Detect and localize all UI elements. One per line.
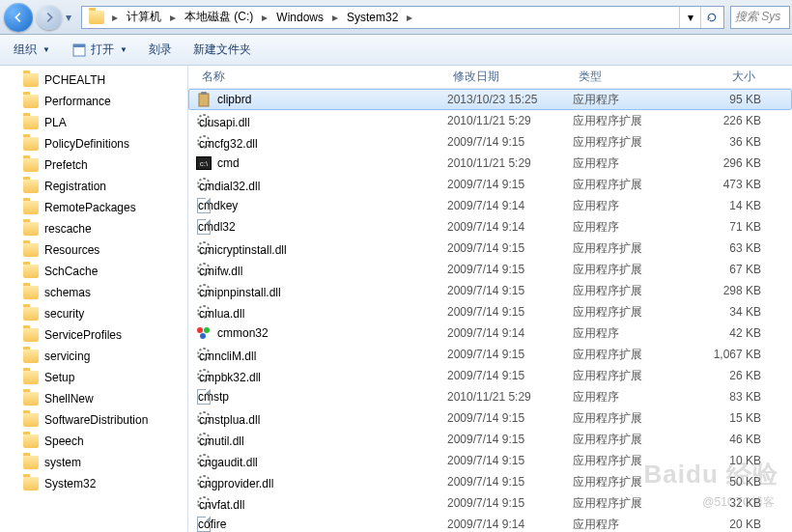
file-row[interactable]: cmipnpinstall.dll2009/7/14 9:15应用程序扩展298… <box>188 280 792 301</box>
tree-item[interactable]: schemas <box>19 282 187 303</box>
tree-item[interactable]: Resources <box>19 239 187 261</box>
file-row[interactable]: cmicryptinstall.dll2009/7/14 9:15应用程序扩展6… <box>188 238 792 259</box>
col-name[interactable]: 名称 <box>196 69 447 85</box>
folder-tree[interactable]: PCHEALTHPerformancePLAPolicyDefinitionsP… <box>0 66 188 532</box>
search-input[interactable]: 搜索 Sys <box>730 6 790 29</box>
tree-item[interactable]: system <box>19 452 187 473</box>
folder-icon <box>23 158 39 172</box>
file-name: cmd <box>217 156 240 170</box>
tree-label: PolicyDefinitions <box>44 137 129 151</box>
file-row[interactable]: cmdl322009/7/14 9:14应用程序71 KB <box>188 216 792 238</box>
file-type: 应用程序扩展 <box>573 474 684 490</box>
file-row[interactable]: cmdkey2009/7/14 9:14应用程序14 KB <box>188 195 792 216</box>
exe-icon: c:\ <box>196 156 212 170</box>
file-row[interactable]: cmmon322009/7/14 9:14应用程序42 KB <box>188 322 792 344</box>
tree-item[interactable]: Prefetch <box>19 154 187 176</box>
refresh-button[interactable] <box>700 7 721 28</box>
file-name: cmmon32 <box>217 326 269 340</box>
col-size[interactable]: 大小 <box>684 69 761 85</box>
file-row[interactable]: c:\cmd2010/11/21 5:29应用程序296 KB <box>188 153 792 174</box>
address-dropdown[interactable]: ▾ <box>679 7 700 28</box>
tree-item[interactable]: servicing <box>19 346 187 367</box>
tree-item[interactable]: ShellNew <box>19 388 187 409</box>
tree-item[interactable]: rescache <box>19 218 187 239</box>
chevron-down-icon: ▼ <box>42 45 50 54</box>
file-type: 应用程序扩展 <box>573 240 684 257</box>
file-row[interactable]: cmifw.dll2009/7/14 9:15应用程序扩展67 KB <box>188 259 792 280</box>
file-row[interactable]: cmstplua.dll2009/7/14 9:15应用程序扩展15 KB <box>188 407 792 429</box>
file-row[interactable]: cngprovider.dll2009/7/14 9:15应用程序扩展50 KB <box>188 471 792 492</box>
file-row[interactable]: cmpbk32.dll2009/7/14 9:15应用程序扩展26 KB <box>188 365 792 386</box>
tree-item[interactable]: PolicyDefinitions <box>19 133 187 154</box>
file-type: 应用程序扩展 <box>573 283 684 299</box>
chevron-down-icon: ▼ <box>120 45 127 54</box>
file-date: 2009/7/14 9:15 <box>447 284 573 297</box>
chevron-right-icon[interactable]: ▸ <box>329 11 341 24</box>
file-row[interactable]: cofire2009/7/14 9:14应用程序20 KB <box>188 514 792 532</box>
file-row[interactable]: cmlua.dll2009/7/14 9:15应用程序扩展34 KB <box>188 301 792 322</box>
tree-item[interactable]: RemotePackages <box>19 197 187 218</box>
file-row[interactable]: cmutil.dll2009/7/14 9:15应用程序扩展46 KB <box>188 429 792 450</box>
tree-item[interactable]: Performance <box>19 91 187 112</box>
tree-item[interactable]: PLA <box>19 112 187 133</box>
chevron-right-icon[interactable]: ▸ <box>259 11 270 24</box>
tree-item[interactable]: System32 <box>19 473 187 494</box>
nav-history-dropdown[interactable]: ▾ <box>62 3 75 32</box>
file-date: 2009/7/14 9:14 <box>447 220 573 234</box>
folder-icon <box>23 222 39 236</box>
file-size: 32 KB <box>684 496 761 510</box>
tree-label: security <box>44 307 84 321</box>
tree-label: Speech <box>44 434 84 448</box>
folder-icon <box>23 307 39 321</box>
new-folder-button[interactable]: 新建文件夹 <box>185 39 259 61</box>
file-date: 2010/11/21 5:29 <box>447 156 573 170</box>
col-type[interactable]: 类型 <box>573 69 684 85</box>
burn-button[interactable]: 刻录 <box>141 39 180 61</box>
content-area: PCHEALTHPerformancePLAPolicyDefinitionsP… <box>0 66 792 532</box>
file-date: 2009/7/14 9:15 <box>447 241 573 255</box>
file-rows[interactable]: clipbrd2013/10/23 15:25应用程序95 KBclusapi.… <box>188 89 792 532</box>
file-type: 应用程序扩展 <box>573 432 684 448</box>
chevron-right-icon[interactable]: ▸ <box>404 11 415 24</box>
open-button[interactable]: 打开▼ <box>64 39 135 61</box>
tree-item[interactable]: SchCache <box>19 261 187 282</box>
chevron-right-icon[interactable]: ▸ <box>167 11 179 24</box>
tree-item[interactable]: SoftwareDistribution <box>19 409 187 431</box>
tree-label: servicing <box>44 350 90 363</box>
file-list: 名称 修改日期 类型 大小 clipbrd2013/10/23 15:25应用程… <box>188 66 792 532</box>
folder-icon <box>23 413 39 427</box>
tree-label: schemas <box>44 286 91 299</box>
dll-icon: cmcfg32.dll <box>196 134 212 150</box>
nav-back-button[interactable] <box>4 3 33 32</box>
file-row[interactable]: cnvfat.dll2009/7/14 9:15应用程序扩展32 KB <box>188 492 792 514</box>
file-row[interactable]: clusapi.dll2010/11/21 5:29应用程序扩展226 KB <box>188 110 792 131</box>
file-row[interactable]: cmdial32.dll2009/7/14 9:15应用程序扩展473 KB <box>188 174 792 195</box>
column-headers[interactable]: 名称 修改日期 类型 大小 <box>188 66 792 89</box>
col-date[interactable]: 修改日期 <box>447 69 573 85</box>
crumb-computer[interactable]: 计算机 <box>121 7 167 28</box>
tree-item[interactable]: PCHEALTH <box>19 70 187 91</box>
crumb-drive[interactable]: 本地磁盘 (C:) <box>179 7 259 28</box>
nav-forward-button[interactable] <box>37 5 62 30</box>
chevron-right-icon[interactable]: ▸ <box>109 11 121 24</box>
folder-icon <box>23 116 39 129</box>
tree-item[interactable]: ServiceProfiles <box>19 324 187 346</box>
organize-button[interactable]: 组织▼ <box>6 39 58 61</box>
file-date: 2009/7/14 9:15 <box>447 305 573 319</box>
file-row[interactable]: cmcfg32.dll2009/7/14 9:15应用程序扩展36 KB <box>188 131 792 153</box>
tree-item[interactable]: security <box>19 303 187 324</box>
monitor-icon <box>196 325 212 341</box>
crumb-windows[interactable]: Windows <box>270 7 329 28</box>
file-row[interactable]: cngaudit.dll2009/7/14 9:15应用程序扩展10 KB <box>188 450 792 471</box>
tree-label: Resources <box>44 243 99 257</box>
breadcrumb[interactable]: ▸ 计算机 ▸ 本地磁盘 (C:) ▸ Windows ▸ System32 ▸… <box>81 6 724 29</box>
tree-item[interactable]: Registration <box>19 176 187 197</box>
file-row[interactable]: cmstp2010/11/21 5:29应用程序83 KB <box>188 386 792 407</box>
tree-item[interactable]: Speech <box>19 431 187 452</box>
file-row[interactable]: clipbrd2013/10/23 15:25应用程序95 KB <box>188 89 792 110</box>
tree-item[interactable]: Setup <box>19 367 187 388</box>
file-size: 42 KB <box>684 326 761 340</box>
file-row[interactable]: cmncliM.dll2009/7/14 9:15应用程序扩展1,067 KB <box>188 344 792 365</box>
crumb-system32[interactable]: System32 <box>341 7 404 28</box>
tree-label: Registration <box>44 180 106 193</box>
